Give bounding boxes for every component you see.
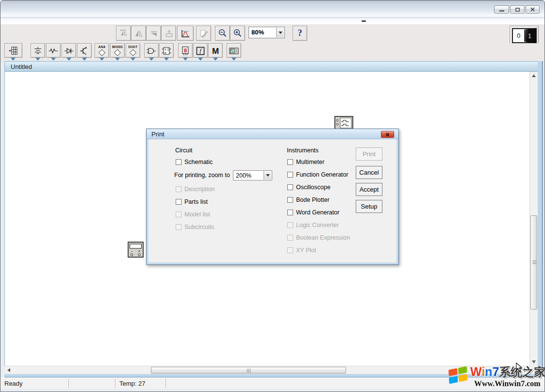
win7-watermark: Win7系统之家 Www.Winwin7.com: [447, 363, 545, 392]
window-titlebar[interactable]: [0, 0, 545, 18]
vertical-scrollbar-thumb[interactable]: [530, 215, 537, 310]
checkbox-box: [287, 222, 293, 228]
checkbox-label: Subcircuits: [184, 224, 214, 230]
vertical-scrollbar[interactable]: [529, 72, 538, 366]
document-title: Untitled: [11, 63, 32, 70]
checkbox-box: [176, 224, 182, 230]
status-divider: [68, 379, 69, 388]
controls-bin-button[interactable]: f: [193, 43, 208, 58]
diode-icon: [64, 46, 74, 56]
zoom-out-button[interactable]: [215, 26, 230, 41]
flip-vertical-button[interactable]: [146, 26, 161, 41]
zoom-level-value: 80%: [251, 29, 264, 36]
zoom-in-button[interactable]: [230, 26, 245, 41]
flip-horizontal-button[interactable]: [131, 26, 146, 41]
diodes-bin-button[interactable]: [62, 43, 76, 58]
print-button: Print: [356, 147, 382, 161]
status-ready: Ready: [4, 380, 23, 387]
transistors-bin-button[interactable]: [77, 43, 92, 58]
checkbox-word-generator[interactable]: Word Generator: [287, 209, 339, 216]
dropdown-triangle-icon: [99, 58, 104, 61]
scroll-left-icon[interactable]: [7, 368, 10, 372]
checkbox-box[interactable]: [287, 197, 293, 203]
mixed-ics-bin-button[interactable]: MIXED: [110, 43, 125, 58]
checkbox-label: Parts list: [184, 198, 208, 205]
checkbox-box[interactable]: [287, 210, 293, 215]
checkbox-box[interactable]: [176, 159, 182, 165]
power-switch[interactable]: 0 1: [512, 28, 536, 43]
sources-bin-button[interactable]: [31, 43, 45, 58]
menu-strip: [0, 18, 545, 24]
cancel-button[interactable]: Cancel: [356, 166, 382, 179]
setup-button[interactable]: Setup: [356, 200, 382, 213]
basic-bin-button[interactable]: [46, 43, 61, 58]
checkbox-subcircuits: Subcircuits: [176, 223, 214, 231]
restore-button[interactable]: [510, 5, 525, 14]
logic-gates-bin-button[interactable]: [144, 43, 159, 58]
accept-button[interactable]: Accept: [356, 183, 382, 196]
horizontal-scrollbar-thumb[interactable]: [151, 367, 346, 374]
print-dialog-titlebar[interactable]: Print: [147, 129, 398, 139]
digital-bin-button[interactable]: S Q R: [159, 43, 174, 58]
menu-grip-icon: [362, 20, 366, 22]
custom-bin-button[interactable]: [4, 43, 22, 58]
component-properties-button[interactable]: [196, 26, 211, 41]
checkbox-bode-plotter[interactable]: Bode Plotter: [287, 196, 330, 204]
checkbox-box[interactable]: [287, 172, 293, 178]
checkbox-function-generator[interactable]: Function Generator: [287, 171, 348, 179]
close-icon: [530, 7, 535, 12]
instruments-bin-button[interactable]: [227, 43, 241, 58]
display-graphs-button[interactable]: [177, 26, 194, 41]
rotate-button[interactable]: [116, 26, 131, 41]
print-zoom-dropdown-button[interactable]: [264, 171, 271, 180]
zoom-dropdown-button[interactable]: [276, 28, 284, 37]
digital-ics-bin-button[interactable]: DIGIT: [126, 43, 140, 58]
graphs-icon: [180, 29, 191, 38]
minimize-icon: [499, 10, 504, 12]
multimeter-icon: - +: [128, 242, 144, 258]
checkbox-label: Oscilloscope: [296, 184, 330, 191]
checkbox-box[interactable]: [176, 199, 182, 205]
checkbox-box: [176, 212, 182, 217]
status-divider: [115, 379, 116, 388]
checkbox-box[interactable]: [287, 159, 293, 165]
checkbox-box: [176, 186, 182, 192]
instruments-heading: Instruments: [287, 147, 318, 154]
checkbox-multimeter[interactable]: Multimeter: [287, 158, 324, 166]
create-subcircuit-button[interactable]: [161, 26, 176, 41]
power-on-label: 1: [524, 28, 537, 43]
application-window: 80% ? 0 1 Pause: [0, 0, 545, 392]
transistor-icon: [79, 46, 90, 56]
document-titlebar[interactable]: Untitled: [4, 61, 538, 72]
dropdown-triangle-icon: [115, 58, 120, 61]
analog-ics-bin-button[interactable]: ANA: [95, 43, 109, 58]
dropdown-triangle-icon: [164, 58, 169, 61]
close-button[interactable]: [526, 5, 540, 14]
miscellaneous-bin-button[interactable]: M: [208, 43, 223, 58]
checkbox-parts-list[interactable]: Parts list: [176, 198, 208, 206]
svg-text:R: R: [165, 51, 166, 54]
svg-text:Q: Q: [167, 48, 169, 50]
zoom-level-combobox[interactable]: 80%: [248, 27, 285, 38]
minimize-button[interactable]: [494, 5, 509, 14]
checkbox-box[interactable]: [287, 184, 293, 190]
status-divider: [165, 379, 166, 388]
checkbox-oscilloscope[interactable]: Oscilloscope: [287, 183, 330, 191]
mouse-cursor-icon: [516, 362, 523, 374]
print-dialog-body: Circuit Schematic For printing, zoom to …: [149, 139, 396, 262]
misc-icon: M: [210, 46, 221, 56]
checkbox-box: [287, 235, 293, 241]
print-zoom-value: 200%: [236, 172, 251, 179]
checkbox-description: Description: [176, 185, 215, 193]
checkbox-label: Bode Plotter: [296, 196, 330, 203]
print-zoom-combobox[interactable]: 200%: [233, 170, 272, 180]
checkbox-label: Word Generator: [296, 209, 339, 216]
checkbox-schematic[interactable]: Schematic: [176, 158, 213, 166]
help-button[interactable]: ?: [293, 26, 307, 41]
mixed-caption: MIXED: [112, 45, 123, 49]
multimeter-component[interactable]: - +: [128, 242, 144, 260]
print-dialog-close-button[interactable]: [381, 131, 394, 138]
indicators-bin-button[interactable]: 8: [178, 43, 193, 58]
scroll-up-icon[interactable]: [532, 74, 536, 77]
checkbox-label: Function Generator: [296, 171, 348, 178]
